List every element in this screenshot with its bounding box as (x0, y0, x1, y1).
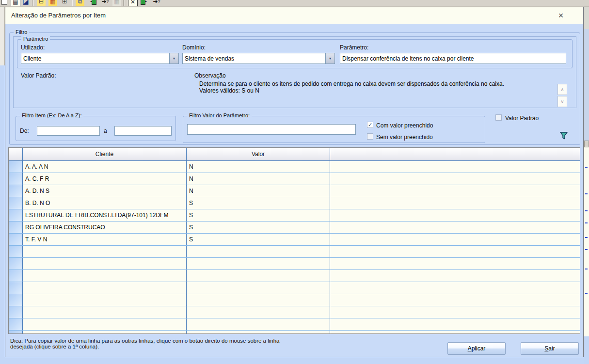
cliente-cell[interactable] (23, 246, 187, 257)
form-icon[interactable]: ▤ (11, 0, 20, 7)
valor-cell[interactable]: S (187, 234, 330, 245)
dominio-combobox[interactable]: Sistema de vendas ▼ (182, 53, 335, 64)
window-icon[interactable] (0, 0, 9, 6)
valor-cell[interactable] (187, 270, 330, 282)
cliente-cell[interactable]: A. A. A N (23, 161, 187, 173)
table-row[interactable]: T. F. V NS (9, 234, 580, 246)
valor-cell[interactable]: S (187, 222, 330, 233)
cliente-cell[interactable]: A. C. F R (23, 173, 187, 185)
filtro-valor-input[interactable] (187, 124, 356, 135)
table-row[interactable] (9, 270, 580, 282)
cliente-cell[interactable]: RG OLIVEIRA CONSTRUCAO (23, 222, 187, 233)
dica-line1: Dica: Para copiar valor de uma linha par… (10, 338, 280, 344)
table-row[interactable]: A. C. F RN (9, 173, 580, 185)
parametro-input[interactable] (340, 53, 566, 64)
list-edit-icon[interactable]: ⊞ (60, 0, 69, 6)
cliente-cell[interactable] (23, 294, 187, 306)
cliente-cell[interactable] (23, 258, 187, 269)
cliente-cell[interactable] (23, 331, 187, 334)
cliente-cell[interactable] (23, 306, 187, 318)
row-selector-cell[interactable] (9, 209, 23, 221)
chevron-down-icon[interactable]: ▼ (325, 53, 334, 63)
header-valor[interactable]: Valor (187, 148, 330, 160)
valor-cell[interactable] (187, 294, 330, 306)
row-selector-cell[interactable] (9, 294, 23, 306)
query-icon[interactable]: ➔? (101, 0, 110, 6)
valor-cell[interactable] (187, 258, 330, 269)
valor-cell[interactable] (187, 246, 330, 257)
valor-cell[interactable] (187, 331, 330, 334)
table-row[interactable]: ESTRUTURAL DE FRIB.CONST.LTDA(97-101) 12… (9, 209, 580, 222)
scroll-up-icon[interactable]: ∧ (557, 84, 567, 95)
valor-cell[interactable]: S (187, 197, 330, 209)
export-icon[interactable]: ➔ (140, 0, 149, 6)
table-row[interactable] (9, 306, 580, 318)
extra-cell (330, 282, 580, 294)
cliente-cell[interactable] (23, 270, 187, 282)
utilizado-combobox[interactable]: Cliente ▼ (21, 53, 179, 64)
cliente-cell[interactable]: A. D. N S (23, 185, 187, 197)
valor-cell[interactable]: N (187, 173, 330, 185)
row-selector-cell[interactable] (9, 161, 23, 173)
row-selector-cell[interactable] (9, 270, 23, 282)
cliente-cell[interactable]: T. F. V N (23, 234, 187, 245)
filtro-item-a-input[interactable] (114, 126, 172, 136)
table-row[interactable] (9, 246, 580, 258)
sair-button[interactable]: Sair (521, 342, 579, 355)
valor-cell[interactable]: N (187, 185, 330, 197)
row-selector-cell[interactable] (9, 173, 23, 185)
filter-funnel-icon[interactable] (559, 131, 568, 140)
import-icon[interactable]: ➔ (88, 0, 97, 6)
row-selector-cell[interactable] (9, 318, 23, 330)
copy-icon[interactable]: ⧉ (76, 0, 84, 6)
dominio-label: Domínio: (182, 44, 206, 51)
table-row[interactable] (9, 258, 580, 270)
row-selector-cell[interactable] (9, 234, 23, 245)
parametro-label: Parâmetro: (340, 44, 368, 51)
valor-cell[interactable]: S (187, 209, 330, 221)
row-selector-cell[interactable] (9, 282, 23, 294)
row-selector-cell[interactable] (9, 197, 23, 209)
valor-padrao-checkbox[interactable] (495, 114, 502, 121)
valor-cell[interactable] (187, 306, 330, 318)
header-cliente[interactable]: Cliente (23, 148, 187, 160)
help-query-icon[interactable]: ➔? (152, 0, 161, 6)
row-selector-cell[interactable] (9, 185, 23, 197)
row-selector-cell[interactable] (9, 258, 23, 269)
stamp-icon[interactable]: ◪ (21, 0, 30, 6)
table-header-row: Cliente Valor (9, 148, 580, 161)
table-row[interactable] (9, 294, 580, 306)
table-row[interactable]: RG OLIVEIRA CONSTRUCAOS (9, 222, 580, 234)
sem-valor-checkbox[interactable] (367, 133, 373, 140)
background-section (584, 7, 589, 29)
tree-view-icon[interactable]: ⊟ (37, 0, 46, 6)
cliente-cell[interactable] (23, 282, 187, 294)
close-window-icon[interactable]: ✕ (128, 0, 138, 7)
com-valor-checkbox[interactable]: ✓ (367, 122, 373, 128)
scroll-down-icon[interactable]: ∨ (557, 96, 567, 107)
valor-cell[interactable] (187, 282, 330, 294)
filtro-item-de-input[interactable] (37, 126, 100, 136)
table-row[interactable]: B. D. N OS (9, 197, 580, 209)
extra-cell (330, 246, 580, 257)
valor-cell[interactable] (187, 318, 330, 330)
aplicar-button[interactable]: Aplicar (447, 342, 506, 355)
table-row[interactable] (9, 331, 580, 334)
table-row[interactable]: A. D. N SN (9, 185, 580, 197)
cliente-cell[interactable] (23, 318, 187, 330)
table-row[interactable]: A. A. A NN (9, 161, 580, 173)
row-selector-cell[interactable] (9, 222, 23, 233)
row-selector-cell[interactable] (9, 246, 23, 257)
row-selector-cell[interactable] (9, 331, 23, 334)
cliente-cell[interactable]: ESTRUTURAL DE FRIB.CONST.LTDA(97-101) 12… (23, 209, 187, 221)
close-icon[interactable]: × (555, 10, 567, 21)
chevron-down-icon[interactable]: ▼ (169, 53, 178, 63)
extra-cell (330, 161, 580, 173)
extra-cell (330, 331, 580, 334)
row-selector-cell[interactable] (9, 306, 23, 318)
color-grid-icon[interactable]: ▦ (48, 0, 57, 6)
table-row[interactable] (9, 282, 580, 294)
table-row[interactable] (9, 318, 580, 331)
cliente-cell[interactable]: B. D. N O (23, 197, 187, 209)
valor-cell[interactable]: N (187, 161, 330, 173)
